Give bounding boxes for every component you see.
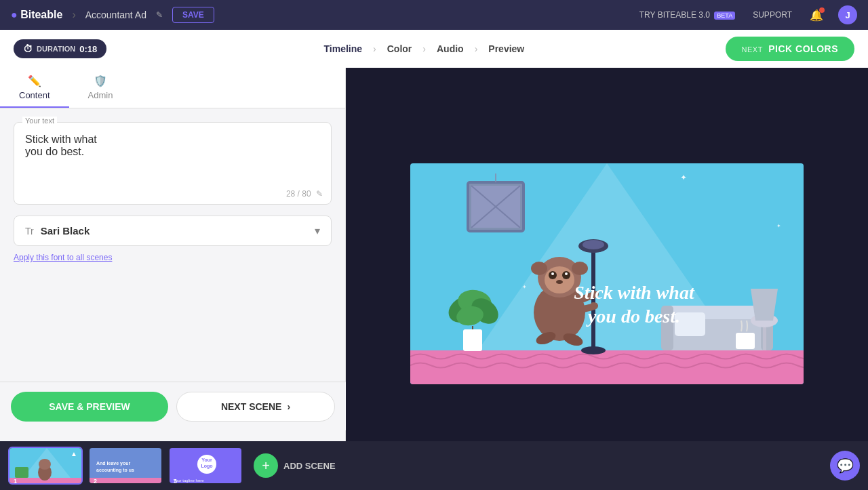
next-action-label: PICK COLORS	[768, 43, 838, 54]
svg-text:Stick with what: Stick with what	[574, 282, 695, 303]
font-name: Sari Black	[41, 225, 315, 237]
char-count: 28 / 80 ✎	[14, 186, 331, 204]
main-area: ✏️ Content 🛡️ Admin Your text Stick with…	[0, 68, 868, 479]
tab-admin[interactable]: 🛡️ Admin	[69, 68, 132, 108]
duration-label: DURATION	[37, 45, 75, 53]
add-scene-label: ADD SCENE	[283, 461, 336, 471]
chevron-down-icon: ▾	[315, 224, 320, 237]
duration-value: 0:18	[79, 44, 97, 54]
svg-text:Your tagline here: Your tagline here	[173, 478, 204, 483]
text-field-group: Your text Stick with what you do best. 2…	[14, 122, 332, 205]
notification-dot	[819, 7, 825, 13]
audio-label: Audio	[437, 43, 464, 54]
svg-text:1: 1	[14, 478, 17, 485]
arrow-3: ›	[475, 43, 478, 54]
text-field-label: Your text	[22, 117, 57, 125]
topbar: ● Biteable › Accountant Ad ✎ SAVE TRY BI…	[0, 0, 868, 30]
font-type-icon: Tr	[25, 226, 34, 237]
svg-text:2: 2	[94, 478, 97, 485]
add-scene-button[interactable]: + ADD SCENE	[254, 453, 336, 478]
svg-rect-41	[736, 333, 755, 349]
edit-pencil-icon[interactable]: ✎	[316, 189, 323, 199]
step-preview[interactable]: Preview	[488, 43, 524, 54]
step-timeline[interactable]: Timeline	[324, 43, 363, 54]
svg-point-48	[39, 459, 51, 470]
notification-icon[interactable]: 🔔	[810, 9, 823, 22]
add-scene-plus-icon: +	[254, 453, 278, 478]
arrow-1: ›	[373, 43, 376, 54]
workflow-bar: ⏱ DURATION 0:18 Timeline › Color › Audio…	[0, 30, 868, 68]
svg-rect-52	[90, 478, 163, 485]
admin-tab-label: Admin	[88, 90, 113, 100]
right-panel: ✦ ✦ ✦	[346, 68, 868, 479]
color-label: Color	[387, 43, 412, 54]
logo: ● Biteable	[11, 9, 62, 21]
support-link[interactable]: SUPPORT	[753, 10, 792, 20]
svg-point-19	[581, 346, 606, 354]
thumbnail-1[interactable]: 1 ▲	[8, 447, 83, 485]
svg-point-28	[565, 272, 568, 275]
panel-tabs: ✏️ Content 🛡️ Admin	[0, 68, 345, 108]
timeline-label: Timeline	[324, 43, 363, 54]
avatar[interactable]: J	[838, 5, 857, 24]
project-name: Accountant Ad	[85, 9, 146, 20]
arrow-2: ›	[422, 43, 426, 54]
thumb-1-up-icon: ▲	[71, 450, 77, 457]
svg-text:✦: ✦	[776, 223, 781, 229]
admin-tab-icon: 🛡️	[94, 75, 107, 87]
workflow-steps: Timeline › Color › Audio › Preview	[123, 43, 725, 54]
edit-icon[interactable]: ✎	[156, 10, 163, 20]
apply-font-link[interactable]: Apply this font to all scenes	[14, 253, 332, 262]
try-biteable: TRY BITEABLE 3.0 BETA	[639, 10, 735, 20]
svg-point-31	[572, 262, 588, 275]
chat-bubble[interactable]: 💬	[830, 451, 860, 481]
svg-point-29	[556, 280, 563, 284]
next-prefix: NEXT	[742, 45, 763, 54]
next-scene-button[interactable]: NEXT SCENE ›	[176, 392, 335, 422]
preview-label: Preview	[488, 43, 524, 54]
breadcrumb-sep: ›	[72, 9, 75, 21]
text-input[interactable]: Stick with what you do best.	[14, 123, 331, 184]
next-scene-arrow-icon: ›	[287, 401, 290, 412]
content-tab-label: Content	[19, 90, 50, 100]
tab-content[interactable]: ✏️ Content	[0, 68, 69, 108]
svg-rect-12	[463, 329, 482, 351]
content-tab-icon: ✏️	[28, 75, 41, 87]
svg-text:And leave your: And leave your	[96, 461, 130, 466]
svg-point-21	[583, 240, 604, 249]
thumbnail-2[interactable]: And leave your accounting to us 2	[88, 447, 163, 485]
save-button[interactable]: SAVE	[172, 7, 214, 23]
preview-frame: ✦ ✦ ✦	[410, 163, 804, 384]
svg-text:3: 3	[174, 478, 177, 485]
svg-text:✦: ✦	[680, 173, 687, 182]
svg-text:you do best.: you do best.	[586, 306, 680, 327]
svg-rect-49	[15, 467, 28, 478]
thumbnail-3[interactable]: Your Logo Your tagline here 3	[168, 447, 243, 485]
svg-text:Your: Your	[201, 457, 212, 462]
svg-point-27	[551, 272, 554, 275]
panel-buttons: SAVE & PREVIEW NEXT SCENE ›	[0, 382, 346, 430]
svg-text:Logo: Logo	[201, 464, 212, 469]
font-selector[interactable]: Tr Sari Black ▾	[14, 216, 332, 246]
save-preview-button[interactable]: SAVE & PREVIEW	[11, 392, 168, 422]
thumbnail-bar: 1 ▲ And leave your accounting to us 2 Yo…	[0, 441, 868, 490]
step-color[interactable]: Color	[387, 43, 412, 54]
svg-text:accounting to us: accounting to us	[96, 468, 134, 473]
svg-text:✦: ✦	[522, 284, 527, 290]
next-pick-colors-button[interactable]: NEXT PICK COLORS	[726, 37, 854, 61]
next-scene-label: NEXT SCENE	[221, 401, 281, 412]
duration-badge: ⏱ DURATION 0:18	[14, 39, 106, 58]
svg-point-30	[531, 262, 547, 275]
step-audio[interactable]: Audio	[437, 43, 464, 54]
scene-illustration: ✦ ✦ ✦	[410, 163, 804, 384]
clock-icon: ⏱	[23, 43, 33, 54]
